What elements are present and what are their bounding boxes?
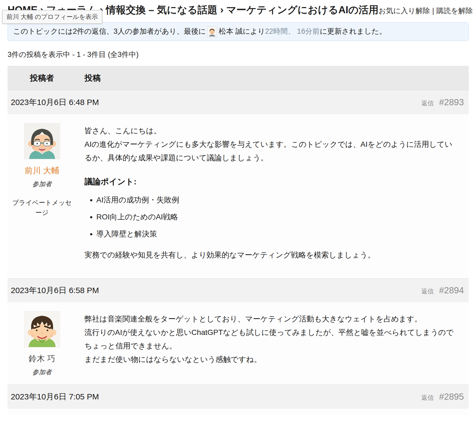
notice-avatar-link[interactable] <box>207 27 217 37</box>
post-meta-row: 2023年10月6日 7:05 PM 返信 #2895 <box>8 385 469 409</box>
post-content: 弊社は音楽関連全般をターゲットとしており、マーケティング活動も大きなウェイトを占… <box>76 302 469 385</box>
page-title: マーケティングにおけるAIの活用 <box>226 4 379 15</box>
discussion-points-list: AI活用の成功例・失敗例 ROI向上のためのAI戦略 導入障壁と解決策 <box>84 193 457 241</box>
notice-freshness-link[interactable]: 22時間、 16分前 <box>265 27 320 35</box>
link-divider: | <box>430 7 436 15</box>
topic-subscription-links: お気に入り解除|購読を解除 <box>379 4 473 16</box>
unsubscribe-link[interactable]: 購読を解除 <box>436 7 473 15</box>
post-heading: 議論ポイント: <box>84 175 457 188</box>
reply-link[interactable]: 返信 <box>421 393 434 402</box>
reply-link[interactable]: 返信 <box>421 287 434 296</box>
post-date: 2023年10月6日 7:05 PM <box>11 391 99 402</box>
table-header-row: 投稿者 投稿 <box>8 66 469 90</box>
forum-topic-page: { "colors": { "topic_author_link": "#dd7… <box>0 0 476 448</box>
list-item: ROI向上のためのAI戦略 <box>96 210 457 224</box>
post-author-cell: 鈴木 巧 参加者 <box>8 302 76 385</box>
post-meta-row: 2023年10月6日 6:58 PM 返信 #2894 <box>8 278 469 302</box>
unfavorite-link[interactable]: お気に入り解除 <box>379 7 430 15</box>
breadcrumb-category-link[interactable]: 情報交換 – 気になる話題 <box>106 4 217 15</box>
notice-author-link[interactable]: 松本 誠 <box>219 27 243 35</box>
private-message-link[interactable]: プライベートメッセージ <box>10 198 74 218</box>
post-author-cell: 前川 大輔 参加者 プライベートメッセージ <box>8 114 76 278</box>
post-permalink[interactable]: #2895 <box>439 392 464 402</box>
post-row <box>8 409 469 415</box>
topic-replies-table: 投稿者 投稿 2023年10月6日 6:48 PM 返信 #2893 <box>8 66 469 415</box>
reply-link[interactable]: 返信 <box>421 99 434 107</box>
post-meta-row: 2023年10月6日 6:48 PM 返信 #2893 <box>8 90 469 114</box>
list-item: AI活用の成功例・失敗例 <box>96 193 457 207</box>
list-item: 導入障壁と解決策 <box>96 227 457 241</box>
post-permalink[interactable]: #2893 <box>439 97 464 107</box>
notice-text-post: に更新されました。 <box>320 27 386 35</box>
profile-tooltip: 前川 大輔 のプロフィールを表示 <box>2 10 102 24</box>
post-date: 2023年10月6日 6:48 PM <box>11 97 99 108</box>
maekawa-avatar-image[interactable] <box>24 123 60 159</box>
topic-info-notice: このトピックには2件の返信、3人の参加者があり、最後に松本 誠により22時間、 … <box>8 22 469 41</box>
post-row: 前川 大輔 参加者 プライベートメッセージ 皆さん、こんにちは。 AIの進化がマ… <box>8 114 469 278</box>
column-header-post: 投稿 <box>76 73 101 84</box>
post-paragraph: 皆さん、こんにちは。 AIの進化がマーケティングにも多大な影響を与えています。こ… <box>84 124 457 165</box>
post-author-role: 参加者 <box>10 180 74 188</box>
post-content: 皆さん、こんにちは。 AIの進化がマーケティングにも多大な影響を与えています。こ… <box>76 114 469 278</box>
post-date: 2023年10月6日 6:58 PM <box>11 285 99 296</box>
post-author-name-link[interactable]: 前川 大輔 <box>10 165 74 176</box>
notice-text-mid: により <box>243 27 265 35</box>
matsumoto-avatar-icon <box>208 28 216 36</box>
notice-text-pre: このトピックには2件の返信、3人の参加者があり、最後に <box>13 27 206 35</box>
post-author-name-link[interactable]: 鈴木 巧 <box>10 353 74 364</box>
post-author-role: 参加者 <box>10 368 74 376</box>
breadcrumb-separator: › <box>217 4 226 15</box>
pagination-count: 3件の投稿を表示中 - 1 - 3件目 (全3件中) <box>8 50 468 59</box>
column-header-author: 投稿者 <box>8 73 76 84</box>
suzuki-avatar-image[interactable] <box>24 311 60 347</box>
post-row: 鈴木 巧 参加者 弊社は音楽関連全般をターゲットとしており、マーケティング活動も… <box>8 302 469 385</box>
post-paragraph: 弊社は音楽関連全般をターゲットとしており、マーケティング活動も大きなウェイトを占… <box>84 312 457 366</box>
post-paragraph: 実務での経験や知見を共有し、より効果的なマーケティング戦略を模索しましょう。 <box>84 248 457 262</box>
post-permalink[interactable]: #2894 <box>439 285 464 296</box>
